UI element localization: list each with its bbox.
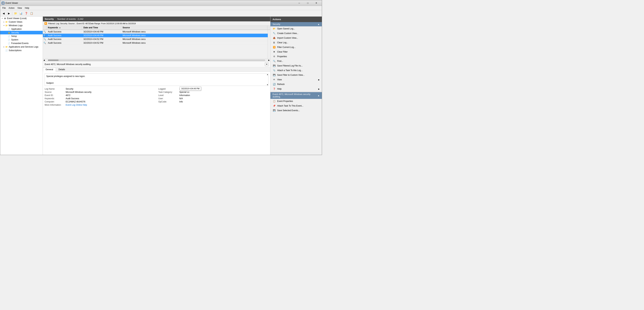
- action-help[interactable]: ❓ Help ▶: [270, 87, 322, 91]
- events-table: Keywords ▲ Date and Time Source: [43, 26, 270, 61]
- event-id-label: Event ID:: [45, 94, 64, 97]
- row-datetime-4: 3/2/2019 4:04:52 PM: [82, 41, 121, 45]
- action-event-properties[interactable]: 📋 Event Properties: [270, 99, 322, 103]
- action-import-custom-view[interactable]: 📥 Import Custom View...: [270, 36, 322, 40]
- action-save-filter-custom-view[interactable]: 💾 Save Filter to Custom View...: [270, 73, 322, 77]
- log-header: Security Number of events: 2,242: [43, 17, 270, 21]
- save-selected-events-icon: 💾: [272, 109, 276, 112]
- table-row[interactable]: 🔍 Audit Success 3/2/2019 4:04:52 PM Micr…: [43, 37, 268, 41]
- sidebar-item-subscriptions[interactable]: 📄 Subscriptions: [0, 49, 43, 52]
- tab-general[interactable]: General: [43, 67, 56, 72]
- expand-icon-forwarded: [5, 42, 8, 45]
- action-create-custom-view[interactable]: 🔧 Create Custom View...: [270, 31, 322, 36]
- action-save-selected-events[interactable]: 💾 Save Selected Events...: [270, 108, 322, 113]
- find-icon: 🔍: [272, 60, 276, 63]
- maximize-button[interactable]: □: [304, 1, 312, 6]
- attach-task-event-icon: 📌: [272, 104, 276, 107]
- application-label: Application: [11, 28, 22, 30]
- menu-help[interactable]: Help: [24, 7, 31, 10]
- detail-scroll-down-icon[interactable]: ▼: [267, 84, 268, 86]
- h-scroll-thumb[interactable]: [48, 60, 58, 61]
- action-properties[interactable]: ⚙ Properties: [270, 54, 322, 59]
- col-header-datetime[interactable]: Date and Time: [82, 26, 121, 30]
- toolbar-forward[interactable]: ▶: [6, 11, 12, 16]
- subscriptions-icon: 📄: [5, 49, 8, 52]
- menu-action[interactable]: Action: [7, 7, 16, 10]
- sidebar-item-setup[interactable]: 📄 Setup: [0, 34, 43, 38]
- menu-file[interactable]: File: [1, 7, 7, 10]
- tab-details[interactable]: Details: [56, 67, 68, 72]
- field-opcode: OpCode: Info: [158, 100, 268, 103]
- row-icon-4: 🔍: [43, 41, 46, 45]
- custom-views-icon: 📁: [5, 21, 8, 23]
- table-hscrollbar[interactable]: ◀ ▶: [43, 59, 270, 61]
- actions-security-section[interactable]: Security ▲: [270, 22, 322, 26]
- save-filter-cv-icon: 💾: [272, 73, 276, 77]
- action-attach-task-event[interactable]: 📌 Attach Task To This Event...: [270, 103, 322, 108]
- sidebar-item-security[interactable]: 🔒 Security: [0, 31, 43, 34]
- h-scroll-right[interactable]: ▶: [268, 59, 270, 61]
- action-find[interactable]: 🔍 Find...: [270, 59, 322, 63]
- action-filter-current-log[interactable]: 🔽 Filter Current Log...: [270, 45, 322, 50]
- table-row[interactable]: 🔍 Audit Success 3/2/2019 4:04:52 PM Micr…: [43, 41, 268, 45]
- table-row[interactable]: 🔍 Audit Success 3/2/2019 4:04:49 PM Micr…: [43, 34, 268, 37]
- expand-icon-application: [5, 28, 8, 30]
- action-refresh[interactable]: 🔄 Refresh: [270, 82, 322, 87]
- sidebar-item-windows-logs[interactable]: ▾ 📁 Windows Logs: [0, 24, 43, 27]
- toolbar-properties[interactable]: 📊: [18, 11, 23, 16]
- filter-current-log-icon: 🔽: [272, 46, 276, 49]
- field-event-id: Event ID: 4672: [45, 94, 155, 97]
- refresh-icon: 🔄: [272, 83, 276, 86]
- field-computer: Computer: EC2AMAZ-I8UHO76: [45, 100, 155, 103]
- main-window: 📋 Event Viewer ─ □ ✕ File Action View He…: [0, 0, 322, 155]
- detail-close-button[interactable]: ✕: [265, 63, 268, 66]
- menu-view[interactable]: View: [16, 7, 24, 10]
- expand-icon-windows-logs[interactable]: ▾: [3, 24, 5, 27]
- table-body: 🔍 Audit Success 3/2/2019 4:04:40 PM Micr…: [43, 30, 268, 59]
- sidebar-item-forwarded[interactable]: 📄 Forwarded Events: [0, 42, 43, 45]
- subscriptions-label: Subscriptions: [9, 49, 22, 52]
- action-clear-log[interactable]: 🗑 Clear Log...: [270, 40, 322, 45]
- close-button[interactable]: ✕: [312, 1, 320, 6]
- action-open-saved-log[interactable]: 📂 Open Saved Log...: [270, 26, 322, 31]
- toolbar: ◀ ▶ 📁 📊 ❓ 📋: [0, 10, 322, 17]
- toolbar-help-icon[interactable]: ❓: [24, 11, 29, 16]
- col-header-keywords[interactable]: Keywords ▲: [46, 26, 82, 30]
- action-attach-task-log[interactable]: 📎 Attach a Task To this Log...: [270, 68, 322, 73]
- sidebar-item-root[interactable]: ▾ 🖥 Event Viewer (Local): [0, 17, 43, 20]
- minimize-button[interactable]: ─: [295, 1, 303, 6]
- toolbar-open[interactable]: 📁: [13, 11, 18, 16]
- expand-icon-security: [5, 31, 8, 34]
- row-source-4: Microsoft Windows secu: [121, 41, 268, 45]
- row-keywords-2: Audit Success: [46, 34, 82, 37]
- field-more-info: More Information: Event Log Online Help: [45, 104, 155, 106]
- col-header-source[interactable]: Source: [121, 26, 268, 30]
- toolbar-back[interactable]: ◀: [1, 11, 6, 16]
- titlebar-buttons: ─ □ ✕: [295, 1, 320, 6]
- h-scroll-left[interactable]: ◀: [43, 59, 45, 61]
- system-icon: 📄: [8, 38, 10, 41]
- detail-scroll-up-icon[interactable]: ▲: [267, 74, 268, 75]
- windows-logs-icon: 📁: [5, 24, 8, 27]
- filter-icon: 🔽: [44, 22, 47, 25]
- more-info-link[interactable]: Event Log Online Help: [66, 104, 87, 106]
- action-save-filtered-log[interactable]: 💾 Save Filtered Log File As...: [270, 63, 322, 68]
- action-view[interactable]: 👁 View ▶: [270, 77, 322, 82]
- table-row[interactable]: 🔍 Audit Success 3/2/2019 4:04:40 PM Micr…: [43, 30, 268, 34]
- row-source-1: Microsoft Windows secu: [121, 30, 268, 34]
- detail-vscroll[interactable]: ▲ ▼: [267, 74, 268, 86]
- sidebar-item-system[interactable]: 📄 System: [0, 38, 43, 42]
- detail-desc-line1: Special privileges assigned to new logon…: [46, 75, 267, 78]
- actions-event-section[interactable]: Event 4672, Microsoft Windows security a…: [270, 92, 322, 99]
- toolbar-export[interactable]: 📋: [29, 11, 34, 16]
- table-vscrollbar[interactable]: [268, 30, 270, 59]
- sidebar-item-application[interactable]: 📄 Application: [0, 27, 43, 31]
- expand-icon-root[interactable]: ▾: [1, 17, 4, 20]
- task-category-tooltip: 3/2/2019 4:04:49 PM: [180, 87, 201, 90]
- sidebar-item-custom-views[interactable]: ▸ 📁 Custom Views: [0, 20, 43, 24]
- expand-icon-custom-views[interactable]: ▸: [3, 21, 5, 23]
- action-clear-filter[interactable]: ✖ Clear Filter: [270, 50, 322, 54]
- row-keywords-3: Audit Success: [46, 37, 82, 41]
- sidebar-item-apps-services[interactable]: ▸ 📁 Applications and Services Logs: [0, 45, 43, 49]
- expand-icon-apps-services[interactable]: ▸: [3, 46, 5, 48]
